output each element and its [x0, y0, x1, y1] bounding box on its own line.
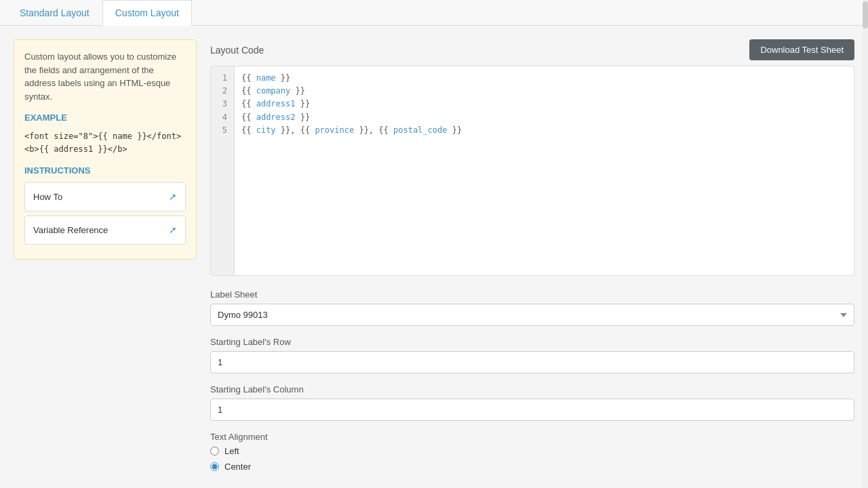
radio-left[interactable]: Left — [210, 446, 854, 456]
instructions-label: INSTRUCTIONS — [24, 164, 186, 178]
line-numbers: 1 2 3 4 5 — [211, 66, 235, 275]
example-label: EXAMPLE — [24, 111, 186, 125]
radio-center-label: Center — [224, 462, 251, 472]
radio-left-input[interactable] — [210, 447, 219, 455]
code-line-3: {{ address1 }} — [241, 98, 847, 110]
text-alignment-group: Text Alignment Left Center — [210, 432, 854, 472]
label-sheet-label: Label Sheet — [210, 289, 854, 300]
radio-center[interactable]: Center — [210, 462, 854, 472]
how-to-link[interactable]: How To ➚ — [24, 182, 186, 211]
scrollbar-thumb[interactable] — [863, 1, 868, 28]
starting-column-label: Starting Label's Column — [210, 384, 854, 394]
code-line-4: {{ address2 }} — [241, 111, 847, 124]
starting-row-group: Starting Label's Row — [210, 337, 854, 373]
starting-column-group: Starting Label's Column — [210, 384, 854, 421]
variable-reference-link[interactable]: Variable Reference ➚ — [24, 216, 186, 245]
radio-center-input[interactable] — [210, 462, 219, 471]
code-editor[interactable]: 1 2 3 4 5 {{ name }} {{ company }} {{ ad… — [210, 66, 854, 276]
how-to-label: How To — [33, 190, 62, 204]
example-code-line1: <font size="8">{{ name }}</font> — [24, 130, 186, 143]
external-link-icon-varref: ➚ — [169, 223, 177, 237]
label-sheet-select[interactable]: Dymo 99013 Dymo 99014 Dymo 99015 Avery 5… — [210, 304, 854, 326]
layout-code-header: Layout Code Download Test Sheet — [210, 39, 854, 60]
radio-group: Left Center — [210, 446, 854, 472]
example-code-line2: <b>{{ address1 }}</b> — [24, 143, 186, 156]
right-panel: Layout Code Download Test Sheet 1 2 3 4 … — [210, 39, 854, 483]
scrollbar-track[interactable] — [863, 0, 868, 488]
starting-row-label: Starting Label's Row — [210, 337, 854, 347]
starting-column-input[interactable] — [210, 399, 854, 421]
tab-bar: Standard Layout Custom Layout — [0, 0, 868, 26]
external-link-icon-howto: ➚ — [169, 190, 177, 204]
text-alignment-label: Text Alignment — [210, 432, 854, 442]
code-line-2: {{ company }} — [241, 85, 847, 98]
code-line-1: {{ name }} — [241, 72, 847, 85]
layout-code-title: Layout Code — [210, 45, 264, 56]
tab-custom-layout[interactable]: Custom Layout — [102, 0, 192, 26]
left-panel: Custom layout allows you to customize th… — [14, 39, 197, 483]
variable-reference-label: Variable Reference — [33, 224, 108, 237]
label-sheet-group: Label Sheet Dymo 99013 Dymo 99014 Dymo 9… — [210, 289, 854, 326]
radio-left-label: Left — [224, 446, 239, 456]
code-content[interactable]: {{ name }} {{ company }} {{ address1 }} … — [235, 66, 854, 275]
example-code: <font size="8">{{ name }}</font> <b>{{ a… — [24, 130, 186, 156]
code-line-5: {{ city }}, {{ province }}, {{ postal_co… — [241, 124, 847, 137]
info-description: Custom layout allows you to customize th… — [24, 50, 186, 103]
info-box: Custom layout allows you to customize th… — [14, 39, 197, 260]
tab-standard-layout[interactable]: Standard Layout — [7, 0, 102, 26]
download-test-sheet-button[interactable]: Download Test Sheet — [749, 39, 854, 60]
starting-row-input[interactable] — [210, 351, 854, 373]
